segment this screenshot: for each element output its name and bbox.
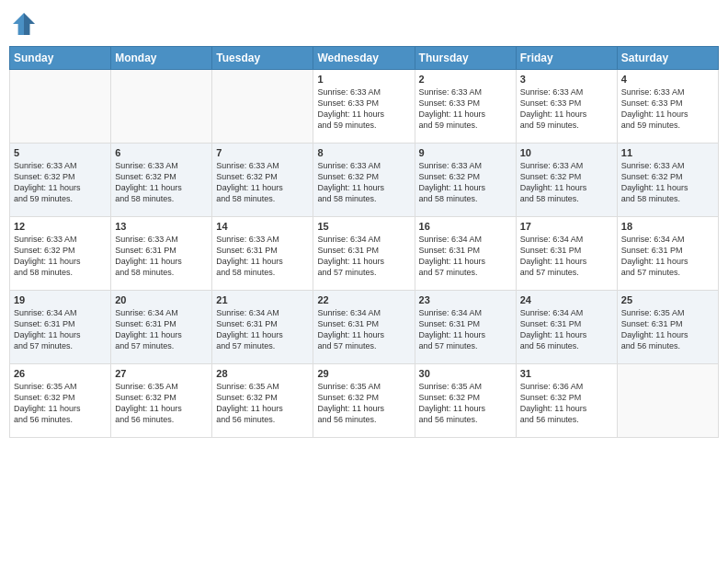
calendar-cell: 13Sunrise: 6:33 AM Sunset: 6:31 PM Dayli… (111, 217, 212, 291)
day-info: Sunrise: 6:34 AM Sunset: 6:31 PM Dayligh… (520, 307, 613, 352)
day-info: Sunrise: 6:33 AM Sunset: 6:32 PM Dayligh… (621, 160, 714, 205)
day-info: Sunrise: 6:35 AM Sunset: 6:32 PM Dayligh… (317, 381, 410, 426)
day-number: 5 (14, 147, 107, 158)
calendar-cell (111, 70, 212, 144)
day-info: Sunrise: 6:34 AM Sunset: 6:31 PM Dayligh… (317, 234, 410, 279)
calendar-cell (212, 70, 313, 144)
header-day: Thursday (415, 47, 516, 70)
calendar-row: 12Sunrise: 6:33 AM Sunset: 6:32 PM Dayli… (10, 217, 719, 291)
day-number: 7 (216, 147, 309, 158)
day-info: Sunrise: 6:36 AM Sunset: 6:32 PM Dayligh… (520, 381, 613, 426)
calendar-cell: 20Sunrise: 6:34 AM Sunset: 6:31 PM Dayli… (111, 291, 212, 364)
calendar-cell: 7Sunrise: 6:33 AM Sunset: 6:32 PM Daylig… (212, 144, 313, 217)
day-number: 12 (14, 221, 107, 232)
day-info: Sunrise: 6:33 AM Sunset: 6:32 PM Dayligh… (14, 234, 107, 279)
header-day: Saturday (617, 47, 718, 70)
calendar-cell (10, 70, 111, 144)
day-info: Sunrise: 6:33 AM Sunset: 6:31 PM Dayligh… (216, 234, 309, 279)
day-number: 23 (419, 294, 512, 305)
calendar-cell: 28Sunrise: 6:35 AM Sunset: 6:32 PM Dayli… (212, 364, 313, 438)
day-info: Sunrise: 6:33 AM Sunset: 6:33 PM Dayligh… (520, 86, 613, 132)
day-info: Sunrise: 6:34 AM Sunset: 6:31 PM Dayligh… (317, 307, 410, 352)
calendar-row: 1Sunrise: 6:33 AM Sunset: 6:33 PM Daylig… (10, 70, 719, 144)
day-number: 1 (317, 74, 410, 85)
calendar-cell: 16Sunrise: 6:34 AM Sunset: 6:31 PM Dayli… (415, 217, 516, 291)
day-info: Sunrise: 6:34 AM Sunset: 6:31 PM Dayligh… (216, 307, 309, 352)
calendar-cell: 31Sunrise: 6:36 AM Sunset: 6:32 PM Dayli… (516, 364, 617, 438)
day-info: Sunrise: 6:33 AM Sunset: 6:32 PM Dayligh… (419, 160, 512, 205)
calendar-cell: 15Sunrise: 6:34 AM Sunset: 6:31 PM Dayli… (313, 217, 415, 291)
day-info: Sunrise: 6:33 AM Sunset: 6:33 PM Dayligh… (317, 86, 410, 132)
calendar-cell: 24Sunrise: 6:34 AM Sunset: 6:31 PM Dayli… (516, 291, 617, 364)
header (9, 9, 719, 39)
day-info: Sunrise: 6:33 AM Sunset: 6:31 PM Dayligh… (115, 234, 208, 279)
day-number: 30 (419, 368, 512, 379)
header-day: Tuesday (212, 47, 313, 70)
header-row: SundayMondayTuesdayWednesdayThursdayFrid… (10, 47, 719, 70)
calendar-cell: 19Sunrise: 6:34 AM Sunset: 6:31 PM Dayli… (10, 291, 111, 364)
day-number: 21 (216, 294, 309, 305)
calendar-cell: 4Sunrise: 6:33 AM Sunset: 6:33 PM Daylig… (617, 70, 718, 144)
calendar-cell: 2Sunrise: 6:33 AM Sunset: 6:33 PM Daylig… (415, 70, 516, 144)
calendar-cell: 21Sunrise: 6:34 AM Sunset: 6:31 PM Dayli… (212, 291, 313, 364)
day-number: 9 (419, 147, 512, 158)
day-info: Sunrise: 6:35 AM Sunset: 6:31 PM Dayligh… (621, 307, 714, 352)
day-info: Sunrise: 6:35 AM Sunset: 6:32 PM Dayligh… (14, 381, 107, 426)
day-info: Sunrise: 6:34 AM Sunset: 6:31 PM Dayligh… (419, 307, 512, 352)
day-number: 19 (14, 294, 107, 305)
day-info: Sunrise: 6:35 AM Sunset: 6:32 PM Dayligh… (115, 381, 208, 426)
day-number: 10 (520, 147, 613, 158)
day-number: 29 (317, 368, 410, 379)
day-number: 25 (621, 294, 714, 305)
day-info: Sunrise: 6:35 AM Sunset: 6:32 PM Dayligh… (419, 381, 512, 426)
day-number: 20 (115, 294, 208, 305)
day-info: Sunrise: 6:34 AM Sunset: 6:31 PM Dayligh… (419, 234, 512, 279)
header-day: Wednesday (313, 47, 415, 70)
day-info: Sunrise: 6:33 AM Sunset: 6:32 PM Dayligh… (115, 160, 208, 205)
calendar-cell: 26Sunrise: 6:35 AM Sunset: 6:32 PM Dayli… (10, 364, 111, 438)
logo-icon (9, 9, 39, 39)
day-info: Sunrise: 6:34 AM Sunset: 6:31 PM Dayligh… (115, 307, 208, 352)
calendar-row: 26Sunrise: 6:35 AM Sunset: 6:32 PM Dayli… (10, 364, 719, 438)
day-number: 17 (520, 221, 613, 232)
calendar-cell: 18Sunrise: 6:34 AM Sunset: 6:31 PM Dayli… (617, 217, 718, 291)
day-info: Sunrise: 6:33 AM Sunset: 6:32 PM Dayligh… (317, 160, 410, 205)
calendar-cell: 30Sunrise: 6:35 AM Sunset: 6:32 PM Dayli… (415, 364, 516, 438)
calendar-row: 19Sunrise: 6:34 AM Sunset: 6:31 PM Dayli… (10, 291, 719, 364)
day-number: 14 (216, 221, 309, 232)
day-info: Sunrise: 6:33 AM Sunset: 6:32 PM Dayligh… (216, 160, 309, 205)
day-info: Sunrise: 6:35 AM Sunset: 6:32 PM Dayligh… (216, 381, 309, 426)
calendar-cell: 10Sunrise: 6:33 AM Sunset: 6:32 PM Dayli… (516, 144, 617, 217)
calendar-cell: 9Sunrise: 6:33 AM Sunset: 6:32 PM Daylig… (415, 144, 516, 217)
day-number: 3 (520, 74, 613, 85)
day-info: Sunrise: 6:34 AM Sunset: 6:31 PM Dayligh… (520, 234, 613, 279)
day-number: 26 (14, 368, 107, 379)
day-number: 16 (419, 221, 512, 232)
day-number: 8 (317, 147, 410, 158)
calendar-cell: 6Sunrise: 6:33 AM Sunset: 6:32 PM Daylig… (111, 144, 212, 217)
day-number: 18 (621, 221, 714, 232)
day-info: Sunrise: 6:33 AM Sunset: 6:32 PM Dayligh… (14, 160, 107, 205)
calendar-cell (617, 364, 718, 438)
calendar-cell: 25Sunrise: 6:35 AM Sunset: 6:31 PM Dayli… (617, 291, 718, 364)
calendar-row: 5Sunrise: 6:33 AM Sunset: 6:32 PM Daylig… (10, 144, 719, 217)
calendar-cell: 29Sunrise: 6:35 AM Sunset: 6:32 PM Dayli… (313, 364, 415, 438)
day-number: 11 (621, 147, 714, 158)
calendar-cell: 5Sunrise: 6:33 AM Sunset: 6:32 PM Daylig… (10, 144, 111, 217)
calendar-cell: 23Sunrise: 6:34 AM Sunset: 6:31 PM Dayli… (415, 291, 516, 364)
header-day: Monday (111, 47, 212, 70)
day-number: 6 (115, 147, 208, 158)
day-info: Sunrise: 6:34 AM Sunset: 6:31 PM Dayligh… (621, 234, 714, 279)
calendar-cell: 1Sunrise: 6:33 AM Sunset: 6:33 PM Daylig… (313, 70, 415, 144)
calendar-cell: 8Sunrise: 6:33 AM Sunset: 6:32 PM Daylig… (313, 144, 415, 217)
page: SundayMondayTuesdayWednesdayThursdayFrid… (0, 0, 728, 563)
day-number: 28 (216, 368, 309, 379)
day-number: 15 (317, 221, 410, 232)
day-number: 22 (317, 294, 410, 305)
calendar-cell: 12Sunrise: 6:33 AM Sunset: 6:32 PM Dayli… (10, 217, 111, 291)
day-info: Sunrise: 6:34 AM Sunset: 6:31 PM Dayligh… (14, 307, 107, 352)
logo (9, 9, 42, 39)
calendar-cell: 11Sunrise: 6:33 AM Sunset: 6:32 PM Dayli… (617, 144, 718, 217)
calendar-cell: 22Sunrise: 6:34 AM Sunset: 6:31 PM Dayli… (313, 291, 415, 364)
svg-marker-2 (24, 13, 35, 35)
